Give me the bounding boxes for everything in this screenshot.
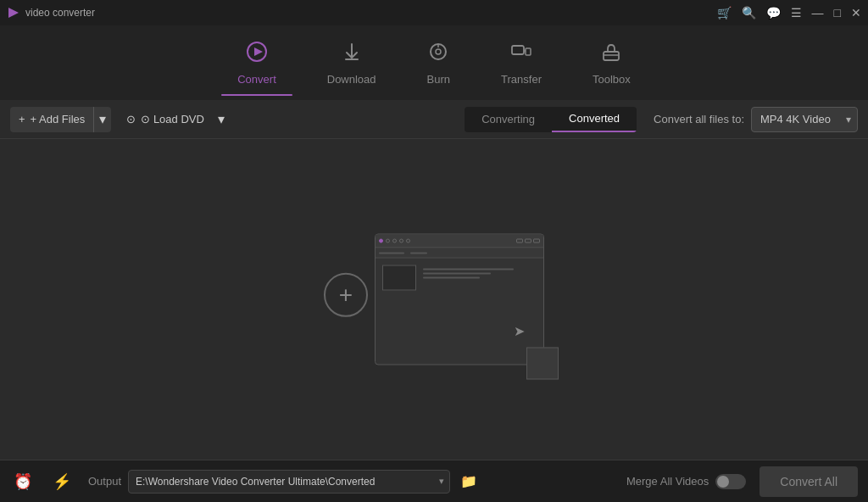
mock-window-titlebar xyxy=(376,235,543,248)
main-area: + xyxy=(0,139,868,460)
download-nav-icon xyxy=(341,41,363,68)
mock-text-lines xyxy=(423,265,537,279)
svg-rect-8 xyxy=(526,48,531,55)
nav-item-toolbox[interactable]: Toolbox xyxy=(567,32,656,94)
bottombar: ⏰ ⚡ Output ▾ 📁 Merge All Videos Convert … xyxy=(0,460,868,502)
maximize-button[interactable]: □ xyxy=(834,6,841,20)
nav-item-convert[interactable]: Convert xyxy=(212,32,302,94)
convert-all-group: Convert all files to: MP4 4K Video MP4 H… xyxy=(654,107,858,132)
mock-text-line-2 xyxy=(423,273,491,275)
mock-dot-purple xyxy=(379,239,383,243)
output-folder-button[interactable]: 📁 xyxy=(457,473,481,489)
mock-dot-2 xyxy=(392,239,397,243)
add-files-label: + Add Files xyxy=(31,113,86,126)
nav-label-transfer: Transfer xyxy=(501,73,542,86)
nav-label-download: Download xyxy=(327,73,376,86)
format-select[interactable]: MP4 4K Video MP4 HD Video AVI Video MKV … xyxy=(751,107,858,132)
add-files-plus-circle[interactable]: + xyxy=(324,273,368,317)
nav-item-transfer[interactable]: Transfer xyxy=(476,32,567,94)
mock-text-line-3 xyxy=(423,277,480,279)
tab-converted-label: Converted xyxy=(569,112,620,125)
mock-dot-3 xyxy=(399,239,403,243)
tab-group: Converting Converted xyxy=(465,107,637,132)
convert-all-button[interactable]: Convert All xyxy=(760,466,858,497)
close-button[interactable]: ✕ xyxy=(851,6,861,20)
nav-item-download[interactable]: Download xyxy=(302,32,402,94)
add-files-plus-icon: + xyxy=(19,113,25,126)
cart-icon[interactable]: 🛒 xyxy=(717,6,732,20)
load-dvd-label: ⊙ Load DVD xyxy=(141,113,204,126)
convert-nav-icon xyxy=(246,41,268,68)
merge-group: Merge All Videos xyxy=(626,474,746,489)
mock-window-body xyxy=(376,259,543,298)
nav-label-burn: Burn xyxy=(427,73,450,86)
output-path-input[interactable] xyxy=(129,476,434,488)
mock-window-toolbar xyxy=(376,248,543,259)
nav-label-convert: Convert xyxy=(237,73,276,86)
titlebar-left: video converter xyxy=(7,6,95,20)
merge-all-videos-label: Merge All Videos xyxy=(626,475,709,488)
toolbox-nav-icon xyxy=(600,41,622,68)
toolbar: + + Add Files ▾ ⊙ ⊙ Load DVD ▾ Convertin… xyxy=(0,100,868,139)
load-dvd-chevron-icon: ▾ xyxy=(218,111,225,127)
output-label: Output xyxy=(88,475,121,488)
burn-nav-icon xyxy=(427,41,449,68)
flash-icon: ⚡ xyxy=(53,472,71,491)
transfer-nav-icon xyxy=(510,41,532,68)
mock-file-icon xyxy=(526,348,559,380)
mock-dot-4 xyxy=(406,239,410,243)
mock-ctrl-1 xyxy=(516,239,523,243)
merge-toggle[interactable] xyxy=(715,474,746,489)
menu-icon[interactable]: ☰ xyxy=(791,6,802,20)
svg-marker-0 xyxy=(8,8,19,18)
tab-converting[interactable]: Converting xyxy=(465,107,552,132)
output-path-chevron-icon[interactable]: ▾ xyxy=(434,476,449,487)
app-logo-icon xyxy=(7,6,20,20)
window-frame: ➤ xyxy=(375,234,544,365)
output-path-wrapper: ▾ xyxy=(128,470,450,494)
titlebar-controls: 🛒 🔍 💬 ☰ — □ ✕ xyxy=(717,6,861,20)
mock-text-line-1 xyxy=(423,269,514,271)
svg-rect-7 xyxy=(512,46,524,54)
cursor-icon: ➤ xyxy=(514,323,525,339)
add-files-chevron-icon: ▾ xyxy=(99,111,106,127)
convert-all-label: Convert all files to: xyxy=(654,113,744,126)
mock-ctrl-2 xyxy=(525,239,531,243)
nav-label-toolbox: Toolbox xyxy=(593,73,631,86)
nav-items: Convert Download Burn xyxy=(212,32,656,94)
tab-converting-label: Converting xyxy=(481,113,535,126)
add-files-dropdown-button[interactable]: ▾ xyxy=(93,107,111,132)
format-select-wrapper: MP4 4K Video MP4 HD Video AVI Video MKV … xyxy=(751,107,858,132)
nav-item-burn[interactable]: Burn xyxy=(402,32,476,94)
convert-all-btn-label: Convert All xyxy=(780,475,837,488)
schedule-button[interactable]: ⏰ xyxy=(10,469,36,494)
tab-converted[interactable]: Converted xyxy=(552,107,637,132)
load-dvd-dropdown-button[interactable]: ▾ xyxy=(213,107,230,132)
svg-point-5 xyxy=(436,49,441,54)
svg-marker-2 xyxy=(254,47,263,56)
chat-icon[interactable]: 💬 xyxy=(766,6,781,20)
app-title: video converter xyxy=(25,7,95,19)
mock-toolbar-line-1 xyxy=(379,252,404,254)
toggle-knob xyxy=(717,476,729,488)
window-mockup: ➤ xyxy=(375,234,544,365)
plus-icon: + xyxy=(339,282,353,309)
minimize-button[interactable]: — xyxy=(812,6,824,20)
search-icon[interactable]: 🔍 xyxy=(742,6,756,20)
mock-toolbar-line-2 xyxy=(410,252,427,254)
drop-zone-illustration: + xyxy=(324,215,544,384)
folder-icon: 📁 xyxy=(460,473,477,489)
svg-rect-10 xyxy=(604,52,619,60)
add-files-button[interactable]: + + Add Files xyxy=(10,107,93,132)
load-dvd-icon: ⊙ xyxy=(126,113,136,126)
mock-window-controls xyxy=(516,239,540,243)
flash-button[interactable]: ⚡ xyxy=(49,469,75,494)
titlebar: video converter 🛒 🔍 💬 ☰ — □ ✕ xyxy=(0,0,868,25)
mock-ctrl-3 xyxy=(533,239,540,243)
navbar: Convert Download Burn xyxy=(0,25,868,100)
load-dvd-button[interactable]: ⊙ ⊙ Load DVD xyxy=(118,107,213,132)
output-group: Output ▾ 📁 xyxy=(88,470,613,494)
schedule-icon: ⏰ xyxy=(14,472,32,491)
mock-dot-1 xyxy=(386,239,390,243)
mock-thumbnail xyxy=(382,265,416,291)
